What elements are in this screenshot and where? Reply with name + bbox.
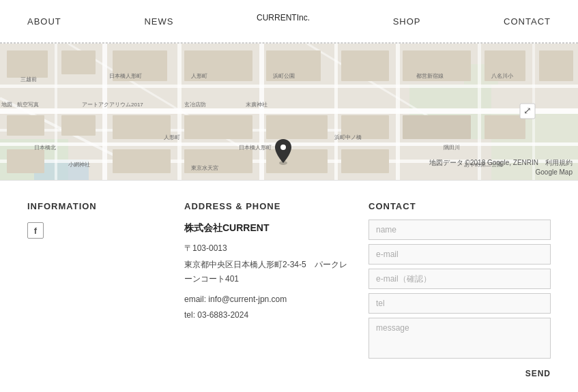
svg-text:小網神社: 小網神社 [68, 162, 90, 168]
postal-code: 〒103-0013 [184, 241, 355, 256]
svg-rect-14 [334, 44, 338, 180]
address-details: 〒103-0013 東京都中央区日本橋人形町2-34-5 パークレーンコート40… [184, 241, 355, 323]
svg-rect-8 [0, 85, 578, 88]
svg-text:人形町: 人形町 [191, 73, 207, 79]
svg-rect-15 [396, 44, 400, 180]
email-info: email: info@current-jpn.com [184, 292, 355, 307]
svg-rect-34 [184, 115, 252, 139]
svg-text:浜町中ノ橋: 浜町中ノ橋 [334, 134, 362, 140]
street-address: 東京都中央区日本橋人形町2-34-5 パークレーンコート401 [184, 258, 355, 287]
tel-input[interactable] [369, 293, 551, 314]
facebook-link[interactable]: f [27, 222, 44, 239]
email-confirm-input[interactable] [369, 269, 551, 289]
svg-text:浜町公園: 浜町公園 [273, 73, 295, 79]
content-section: INFORMATION f ADDRESS & PHONE 株式会社CURREN… [0, 181, 578, 392]
nav-news[interactable]: NEWS [144, 16, 173, 27]
site-logo: CURRENTInc. [257, 10, 310, 32]
svg-text:八名川小: 八名川小 [491, 73, 513, 79]
svg-rect-32 [61, 115, 96, 136]
company-name: 株式会社CURRENT [184, 222, 355, 235]
svg-text:日本橋人形町: 日本橋人形町 [109, 73, 142, 79]
contact-heading: CONTACT [369, 201, 551, 211]
svg-text:三越前: 三越前 [20, 76, 37, 82]
svg-text:隅田川: 隅田川 [444, 145, 460, 151]
svg-text:東京水天宮: 東京水天宮 [191, 165, 218, 171]
tel-info: tel: 03-6883-2024 [184, 308, 355, 323]
header: ABOUT NEWS CURRENTInc. SHOP CONTACT [0, 0, 578, 44]
svg-rect-39 [7, 149, 44, 173]
svg-text:人形町: 人形町 [164, 134, 180, 140]
svg-text:日本橋人形町: 日本橋人形町 [239, 145, 272, 151]
nav-shop[interactable]: SHOP [393, 16, 421, 27]
svg-text:日本橋北: 日本橋北 [34, 145, 56, 151]
nav-about[interactable]: ABOUT [27, 16, 61, 27]
name-input[interactable] [369, 220, 551, 240]
svg-rect-37 [403, 115, 471, 139]
svg-rect-30 [539, 50, 573, 81]
svg-rect-17 [55, 44, 57, 180]
svg-rect-31 [7, 115, 44, 136]
header-inner: ABOUT NEWS CURRENTInc. SHOP CONTACT [0, 0, 578, 42]
header-divider [0, 42, 578, 43]
map-attribution: 地図データ ©2018 Google, ZENRIN 利用規約 Google M… [429, 158, 573, 177]
svg-point-45 [280, 145, 286, 150]
message-input[interactable] [369, 318, 551, 359]
svg-rect-6 [0, 108, 578, 114]
address-heading: ADDRESS & PHONE [184, 201, 355, 211]
svg-rect-42 [266, 149, 328, 173]
information-column: INFORMATION f [27, 201, 177, 378]
nav-contact[interactable]: CONTACT [504, 16, 551, 27]
svg-rect-35 [266, 115, 328, 139]
svg-text:アートアクアリウム2017: アートアクアリウム2017 [82, 102, 143, 108]
map-container: ⤢ + − 三越前 日本橋人形町 人形町 浜町公園 都営新宿線 八名川小 アート… [0, 44, 578, 180]
send-button[interactable]: SEND [525, 369, 551, 378]
address-column: ADDRESS & PHONE 株式会社CURRENT 〒103-0013 東京… [177, 201, 355, 378]
svg-text:都営新宿線: 都営新宿線 [416, 73, 444, 79]
svg-text:末廣神社: 末廣神社 [246, 102, 268, 108]
send-row: SEND [369, 369, 551, 378]
svg-rect-38 [485, 115, 525, 139]
svg-rect-27 [341, 50, 389, 81]
svg-rect-13 [259, 44, 264, 180]
svg-text:⤢: ⤢ [523, 105, 532, 116]
svg-rect-40 [113, 149, 171, 173]
email-input[interactable] [369, 244, 551, 265]
contact-column: CONTACT SEND [355, 201, 551, 378]
svg-rect-43 [341, 149, 389, 173]
svg-rect-23 [61, 50, 96, 74]
svg-rect-33 [113, 115, 171, 139]
information-heading: INFORMATION [27, 201, 177, 211]
svg-text:航空写真: 航空写真 [17, 102, 39, 108]
svg-text:玄冶店防: 玄冶店防 [184, 102, 206, 108]
svg-text:地図: 地図 [1, 102, 12, 108]
svg-rect-22 [7, 50, 48, 78]
